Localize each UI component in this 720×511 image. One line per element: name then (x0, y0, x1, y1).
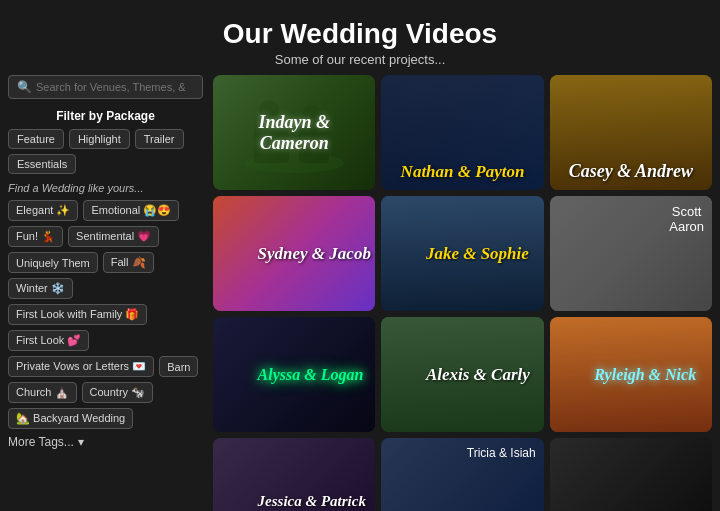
video-label-10: Jessica & Patrick (258, 493, 331, 510)
video-label-3: Casey & Andrew (558, 161, 704, 182)
video-card-8[interactable]: Alexis & Carly (381, 317, 543, 432)
tag-sentimental[interactable]: Sentimental 💗 (68, 226, 159, 247)
video-label-1: Indayn &Cameron (221, 112, 367, 154)
video-label-8: Alexis & Carly (426, 365, 499, 385)
video-card-11[interactable]: Tricia & Isiah (381, 438, 543, 511)
video-card-7[interactable]: Alyssa & Logan (213, 317, 375, 432)
tag-highlight[interactable]: Highlight (69, 129, 130, 149)
video-card-1[interactable]: Indayn &Cameron (213, 75, 375, 190)
video-card-5[interactable]: Jake & Sophie (381, 196, 543, 311)
filter-section-title: Filter by Package (8, 109, 203, 123)
video-card-10[interactable]: Jessica & Patrick (213, 438, 375, 511)
page-title: Our Wedding Videos (0, 18, 720, 50)
video-label-5: Jake & Sophie (426, 244, 499, 264)
tag-church[interactable]: Church ⛪ (8, 382, 77, 403)
tag-private-vows[interactable]: Private Vows or Letters 💌 (8, 356, 154, 377)
page-subtitle: Some of our recent projects... (0, 52, 720, 67)
video-card-9[interactable]: Ryleigh & Nick (550, 317, 712, 432)
video-card-6[interactable]: ScottAaron (550, 196, 712, 311)
package-tags: Feature Highlight Trailer Essentials (8, 129, 203, 174)
main-layout: 🔍 Filter by Package Feature Highlight Tr… (0, 75, 720, 511)
search-icon: 🔍 (17, 80, 32, 94)
find-tags: Elegant ✨ Emotional 😭😍 Fun! 💃 Sentimenta… (8, 200, 203, 429)
tag-uniquely-them[interactable]: Uniquely Them (8, 252, 98, 273)
tag-fun[interactable]: Fun! 💃 (8, 226, 63, 247)
video-card-4[interactable]: Sydney & Jacob (213, 196, 375, 311)
tag-fall[interactable]: Fall 🍂 (103, 252, 154, 273)
more-tags-label: More Tags... (8, 435, 74, 449)
chevron-down-icon: ▾ (78, 435, 84, 449)
tag-backyard[interactable]: 🏡 Backyard Wedding (8, 408, 133, 429)
sidebar: 🔍 Filter by Package Feature Highlight Tr… (8, 75, 203, 511)
tag-first-look[interactable]: First Look 💕 (8, 330, 89, 351)
tag-essentials[interactable]: Essentials (8, 154, 76, 174)
tag-first-look-family[interactable]: First Look with Family 🎁 (8, 304, 147, 325)
tag-trailer[interactable]: Trailer (135, 129, 184, 149)
video-card-2[interactable]: Nathan & Payton (381, 75, 543, 190)
tag-feature[interactable]: Feature (8, 129, 64, 149)
video-label-11: Tricia & Isiah (467, 446, 536, 460)
video-label-2: Nathan & Payton (389, 162, 535, 182)
video-label-6: ScottAaron (669, 204, 704, 234)
tag-emotional[interactable]: Emotional 😭😍 (83, 200, 179, 221)
search-input[interactable] (36, 81, 194, 93)
video-card-12[interactable]: ALYSSA & SHANE (550, 438, 712, 511)
tag-barn[interactable]: Barn (159, 356, 198, 377)
search-box[interactable]: 🔍 (8, 75, 203, 99)
video-grid: Indayn &Cameron Nathan & Payton Casey & … (213, 75, 712, 511)
tag-elegant[interactable]: Elegant ✨ (8, 200, 78, 221)
video-label-7: Alyssa & Logan (258, 366, 331, 384)
more-tags-button[interactable]: More Tags... ▾ (8, 435, 203, 449)
video-label-4: Sydney & Jacob (258, 244, 331, 264)
tag-winter[interactable]: Winter ❄️ (8, 278, 73, 299)
page-header: Our Wedding Videos Some of our recent pr… (0, 0, 720, 75)
video-label-9: Ryleigh & Nick (594, 366, 667, 384)
video-card-3[interactable]: Casey & Andrew (550, 75, 712, 190)
find-section-title: Find a Wedding like yours... (8, 182, 203, 194)
tag-country[interactable]: Country 🐄 (82, 382, 154, 403)
